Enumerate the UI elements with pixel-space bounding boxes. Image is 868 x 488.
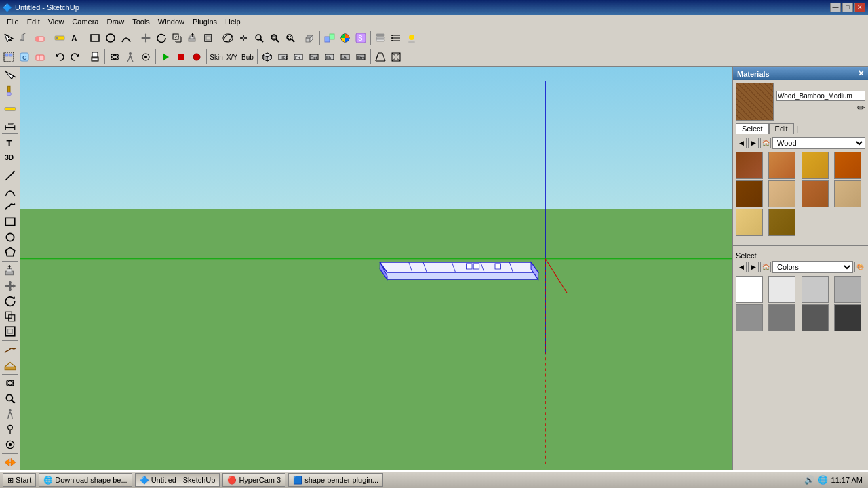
swatch-w4[interactable] <box>834 152 861 179</box>
lt-line[interactable] <box>1 169 19 184</box>
menu-camera[interactable]: Camera <box>68 16 102 27</box>
lt-sandbox1[interactable] <box>1 342 19 357</box>
colors-nav-back[interactable]: ◀ <box>736 262 747 272</box>
tool-zoom-extents[interactable] <box>283 30 298 45</box>
lt-arc[interactable] <box>1 184 19 199</box>
tool-tape[interactable] <box>52 30 67 45</box>
taskbar-plugin[interactable]: 🟦 shape bender plugin... <box>288 473 383 487</box>
tool-print[interactable] <box>87 49 102 64</box>
tool-stop[interactable] <box>174 49 189 64</box>
tool-rectangle[interactable] <box>87 30 102 45</box>
tool-orbit3[interactable] <box>107 49 122 64</box>
tool-text[interactable]: A <box>68 30 83 45</box>
tool-make-component[interactable]: C <box>17 49 32 64</box>
swatch-w6[interactable] <box>768 180 795 207</box>
menu-edit[interactable]: Edit <box>23 16 44 27</box>
tool-outliner[interactable] <box>389 30 403 45</box>
lt-circle[interactable] <box>1 230 19 245</box>
tool-rotate[interactable] <box>154 30 169 45</box>
lt-sandbox2[interactable] <box>1 358 19 373</box>
tool-arc[interactable] <box>119 30 134 45</box>
lt-orbit[interactable] <box>1 375 19 390</box>
menu-tools[interactable]: Tools <box>128 16 154 27</box>
view-iso[interactable] <box>260 49 275 64</box>
lt-select[interactable] <box>1 68 19 83</box>
view-wire[interactable] <box>389 49 403 64</box>
lt-rotate[interactable] <box>1 293 19 308</box>
view-front[interactable]: Frt <box>291 49 306 64</box>
swatch-w10[interactable] <box>768 209 795 236</box>
close-button[interactable]: ✕ <box>854 3 865 12</box>
tool-paint[interactable] <box>17 30 32 45</box>
tool-standard-views[interactable] <box>302 30 317 45</box>
tool-zoom[interactable] <box>252 30 267 45</box>
tool-pushpull[interactable] <box>185 30 200 45</box>
tool-layers[interactable] <box>373 30 388 45</box>
color-swatch-lightgray1[interactable] <box>768 276 795 303</box>
swatch-w9[interactable] <box>736 209 763 236</box>
view-persp[interactable] <box>373 49 388 64</box>
mat-nav-home[interactable]: 🏠 <box>760 138 771 148</box>
tool-record[interactable] <box>189 49 204 64</box>
tool-components[interactable] <box>322 30 337 45</box>
tool-zoom-window[interactable] <box>267 30 282 45</box>
lt-pushpull[interactable] <box>1 263 19 278</box>
tool-move[interactable] <box>138 30 153 45</box>
tool-group[interactable] <box>1 49 16 64</box>
menu-draw[interactable]: Draw <box>102 16 128 27</box>
lt-lookaround3[interactable] <box>1 437 19 452</box>
edit-pencil-icon[interactable]: ✏ <box>857 102 865 113</box>
lt-rect[interactable] <box>1 214 19 229</box>
tool-circle[interactable] <box>103 30 118 45</box>
tool-redo[interactable] <box>68 49 83 64</box>
tool-lookaround2[interactable] <box>138 49 153 64</box>
lt-position[interactable] <box>1 422 19 436</box>
view-left[interactable]: Lft <box>338 49 353 64</box>
materials-close-btn[interactable]: ✕ <box>858 69 864 78</box>
tool-orbit[interactable] <box>220 30 235 45</box>
tool-play[interactable] <box>158 49 173 64</box>
colors-nav-fwd[interactable]: ▶ <box>748 262 759 272</box>
color-swatch-darkgray[interactable] <box>834 304 861 331</box>
lt-text[interactable]: T <box>1 135 19 150</box>
lt-section[interactable] <box>1 455 19 470</box>
material-name-input[interactable] <box>776 91 865 101</box>
view-top[interactable]: Top <box>275 49 290 64</box>
swatch-w3[interactable] <box>802 152 829 179</box>
view-right[interactable]: Rgt <box>307 49 321 64</box>
tab-edit[interactable]: Edit <box>769 123 794 134</box>
restore-button[interactable]: □ <box>842 3 853 12</box>
taskbar-hypercam[interactable]: 🔴 HyperCam 3 <box>222 473 285 487</box>
menu-help[interactable]: Help <box>221 16 245 27</box>
tool-undo[interactable] <box>52 49 67 64</box>
tool-materials[interactable] <box>338 30 353 45</box>
tool-pan[interactable] <box>236 30 251 45</box>
lt-zoom2[interactable] <box>1 391 19 406</box>
lt-paint[interactable] <box>1 84 19 99</box>
colors-nav-home[interactable]: 🏠 <box>760 262 771 272</box>
view-bottom[interactable]: Btm <box>353 49 368 64</box>
taskbar-download[interactable]: 🌐 Download shape be... <box>39 473 132 487</box>
mat-nav-back[interactable]: ◀ <box>736 138 747 148</box>
viewport[interactable] <box>20 67 732 471</box>
color-swatch-gray2[interactable] <box>768 304 795 331</box>
color-picker-btn[interactable]: 🎨 <box>854 262 865 272</box>
color-swatch-white[interactable] <box>736 276 763 303</box>
tool-walk2[interactable] <box>123 49 138 64</box>
tool-select[interactable] <box>1 30 16 45</box>
tab-select[interactable]: Select <box>736 123 769 134</box>
tool-styles[interactable]: S <box>353 30 368 45</box>
color-swatch-lightgray3[interactable] <box>834 276 861 303</box>
minimize-button[interactable]: — <box>830 3 841 12</box>
lt-3dtext[interactable]: 3D <box>1 150 19 165</box>
tool-erase2[interactable] <box>33 49 47 64</box>
lt-tape[interactable] <box>1 102 19 117</box>
lt-move[interactable] <box>1 279 19 293</box>
menu-window[interactable]: Window <box>154 16 189 27</box>
swatch-w8[interactable] <box>834 180 861 207</box>
taskbar-sketchup[interactable]: 🔷 Untitled - SketchUp <box>135 473 220 487</box>
tool-offset[interactable] <box>201 30 216 45</box>
swatch-w2[interactable] <box>768 152 795 179</box>
lt-scale[interactable] <box>1 309 19 324</box>
tool-shadows[interactable] <box>404 30 419 45</box>
